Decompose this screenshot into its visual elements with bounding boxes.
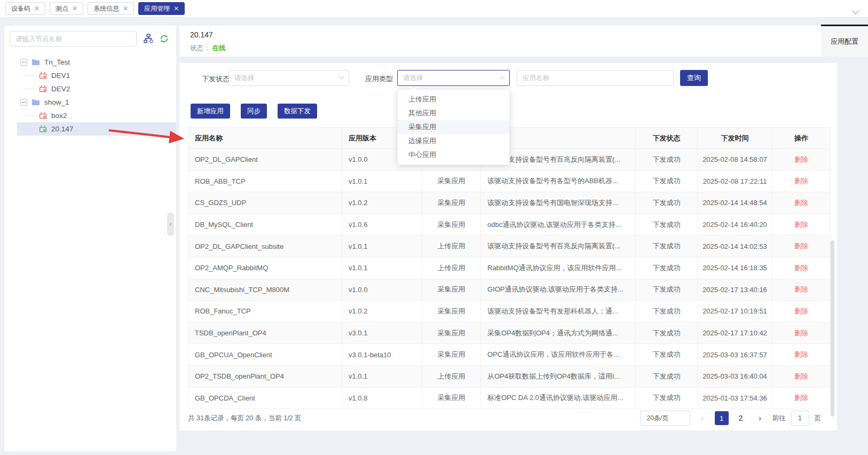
page-1-button[interactable]: 1 <box>715 411 729 425</box>
goto-suffix: 页 <box>815 414 822 423</box>
next-page-button[interactable]: › <box>753 411 767 425</box>
collapse-icon[interactable] <box>20 99 27 106</box>
close-icon[interactable]: ✕ <box>72 5 77 12</box>
cell-app-name: DB_MySQL_Client <box>188 214 342 236</box>
option-edge-app[interactable]: 边缘应用 <box>398 134 509 148</box>
app-type-label: 应用类型 <box>365 74 393 84</box>
cell-send-status: 下发成功 <box>636 257 698 279</box>
app-name-input[interactable] <box>517 70 674 86</box>
table-row: OP2_TSDB_openPlant_OP4 v1.0.1 上传应用 从OP4获… <box>188 366 830 388</box>
delete-link[interactable]: 删除 <box>772 257 830 279</box>
cell-send-time: 2025-02-08 14:58:07 <box>698 149 772 170</box>
tab-measure-point[interactable]: 测点 ✕ <box>50 2 83 15</box>
cell-send-time: 2025-02-08 17:22:11 <box>698 171 772 192</box>
cell-send-status: 下发成功 <box>636 236 698 257</box>
tab-system-info[interactable]: 系统信息 ✕ <box>88 2 134 15</box>
collapse-icon[interactable] <box>20 59 27 66</box>
cell-app-name: OP2_DL_GAPClient <box>188 149 342 170</box>
tree-structure-icon[interactable] <box>144 34 153 43</box>
cell-app-name: ROB_ABB_TCP <box>188 171 342 192</box>
refresh-icon[interactable] <box>160 34 169 43</box>
tree-node-box2[interactable]: box2 <box>4 109 176 122</box>
cell-send-time: 2025-03-03 16:40:04 <box>698 366 772 387</box>
delete-link[interactable]: 删除 <box>772 149 830 170</box>
cell-app-type: 上传应用 <box>422 236 481 257</box>
cell-send-time: 2025-02-14 16:18:35 <box>698 257 772 279</box>
delete-link[interactable]: 删除 <box>772 388 830 409</box>
cell-app-type: 采集应用 <box>422 171 481 192</box>
close-icon[interactable]: ✕ <box>123 5 128 12</box>
goto-page-input[interactable] <box>791 411 809 426</box>
delete-link[interactable]: 删除 <box>772 344 830 365</box>
app-type-select[interactable]: 请选择 <box>397 70 510 86</box>
cell-app-type: 采集应用 <box>422 192 481 214</box>
tree-node-show-1[interactable]: show_1 <box>4 96 176 109</box>
table-row: ROB_Fanuc_TCP v1.0.2 采集应用 该驱动支持设备型号有发那科机… <box>188 301 830 323</box>
cell-description: odbc通讯协议驱动,该驱动应用于各类支持... <box>481 214 636 236</box>
cell-send-time: 2025-02-17 17:10:42 <box>698 323 772 344</box>
tab-app-management[interactable]: 应用管理 ✕ <box>138 2 185 15</box>
cell-app-version: v1.0.2 <box>342 301 422 322</box>
delete-link[interactable]: 删除 <box>772 171 830 192</box>
option-upload-app[interactable]: 上传应用 <box>398 92 509 106</box>
cell-send-time: 2025-02-14 14:48:54 <box>698 192 772 214</box>
cell-app-version: v1.0.6 <box>342 214 422 236</box>
cell-app-type: 采集应用 <box>422 214 481 236</box>
delete-link[interactable]: 删除 <box>772 323 830 344</box>
send-status-select[interactable]: 请选择 <box>228 70 349 86</box>
add-app-button[interactable]: 新增应用 <box>191 104 230 119</box>
tree-node-20-147[interactable]: 20.147 <box>4 122 176 136</box>
page-size-select[interactable]: 20条/页 <box>640 411 690 426</box>
cell-app-name: CS_GDZS_UDP <box>188 192 342 214</box>
tree-node-label: DEV2 <box>51 85 70 93</box>
sync-button[interactable]: 同步 <box>241 104 267 119</box>
app-table: 应用名称 应用版本 下发状态 下发时间 操作 OP2_DL_GAPClient … <box>188 127 831 409</box>
chevron-up-icon <box>500 76 505 81</box>
close-icon[interactable]: ✕ <box>173 5 179 12</box>
cell-app-version: v1.0.1 <box>342 171 422 192</box>
tree-connector <box>23 89 36 89</box>
cell-app-name: ROB_Fanuc_TCP <box>188 301 342 322</box>
vertical-scrollbar-thumb[interactable] <box>831 240 834 417</box>
option-other-app[interactable]: 其他应用 <box>398 106 509 120</box>
close-icon[interactable]: ✕ <box>34 5 40 12</box>
node-search-input[interactable] <box>10 31 137 46</box>
delete-link[interactable]: 删除 <box>772 366 830 387</box>
tab-label: 测点 <box>56 4 68 13</box>
delete-link[interactable]: 删除 <box>772 192 830 214</box>
tab-device-code[interactable]: 设备码 ✕ <box>5 2 45 15</box>
tree-node-dev1[interactable]: DEV1 <box>4 69 176 82</box>
node-tree-panel: Tn_Test DEV1 <box>4 26 176 451</box>
cell-app-version: v1.0.1 <box>342 236 422 257</box>
tab-label: 设备码 <box>11 4 30 13</box>
tree-node-label: 20.147 <box>51 125 73 133</box>
cell-send-status: 下发成功 <box>636 366 698 387</box>
query-button[interactable]: 查询 <box>680 70 708 86</box>
tab-app-config[interactable]: 应用配置 <box>821 25 868 57</box>
cell-app-type: 采集应用 <box>422 388 481 409</box>
cell-app-type: 采集应用 <box>422 323 481 344</box>
option-collect-app[interactable]: 采集应用 <box>398 120 509 134</box>
delete-link[interactable]: 删除 <box>772 301 830 322</box>
cell-app-name: OP2_DL_GAPClient_subsite <box>188 236 342 257</box>
chevron-down-icon[interactable] <box>853 6 859 12</box>
sidebar-collapse-handle[interactable]: ‹ <box>167 213 174 236</box>
goto-label: 前往 <box>772 414 786 423</box>
option-center-app[interactable]: 中心应用 <box>398 148 509 162</box>
cell-app-version: v1.0.1 <box>342 257 422 279</box>
tree-node-dev2[interactable]: DEV2 <box>4 82 176 96</box>
cell-send-status: 下发成功 <box>636 192 698 214</box>
prev-page-button[interactable]: ‹ <box>696 411 709 425</box>
cell-send-time: 2025-02-14 14:02:53 <box>698 236 772 257</box>
page-2-button[interactable]: 2 <box>734 411 748 425</box>
cell-app-version: v1.0.8 <box>342 388 422 409</box>
tree-node-tn-test[interactable]: Tn_Test <box>4 56 176 69</box>
cell-description: 采集OP4数据到OP4；通讯方式为网络通... <box>481 323 636 344</box>
delete-link[interactable]: 删除 <box>772 279 830 301</box>
cell-app-name: GB_OPCDA_Client <box>188 388 342 409</box>
data-send-button[interactable]: 数据下发 <box>278 104 317 119</box>
delete-link[interactable]: 删除 <box>772 236 830 257</box>
delete-link[interactable]: 删除 <box>772 214 830 236</box>
cell-app-version: v3.0.1-beta10 <box>342 344 422 365</box>
pagination-bar: 共 31条记录，每页 20 条，当前 1/2 页 20条/页 ‹ 1 2 › 前… <box>188 410 828 426</box>
